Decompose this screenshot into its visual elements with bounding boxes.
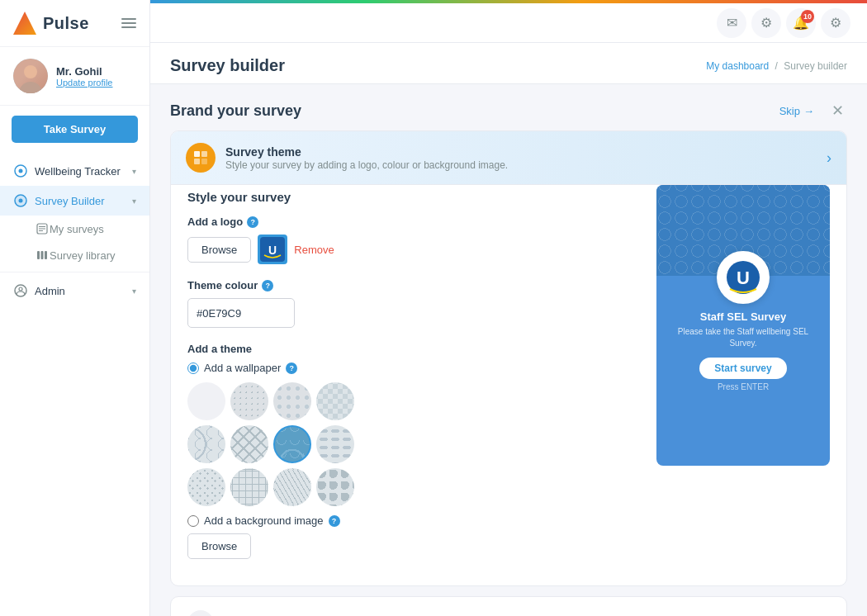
svg-text:U: U <box>737 268 750 288</box>
wallpaper-thumb-12[interactable] <box>316 468 354 506</box>
wallpaper-thumb-8[interactable] <box>316 425 354 463</box>
survey-builder-icon <box>13 193 28 208</box>
colour-input[interactable] <box>188 301 295 325</box>
preview-start-button[interactable]: Start survey <box>699 358 786 379</box>
style-col-title: Style your survey <box>187 190 640 204</box>
wallpaper-thumb-4[interactable] <box>316 382 354 420</box>
sidebar-item-wellbeing-tracker[interactable]: Wellbeing Tracker ▾ <box>0 156 149 186</box>
sidebar-header: Pulse <box>0 0 149 47</box>
top-bar: ✉ ⚙ 🔔 10 ⚙ <box>150 3 867 43</box>
breadcrumb-home[interactable]: My dashboard <box>706 60 769 72</box>
theme-group-label: Add a theme <box>187 343 640 355</box>
svg-rect-13 <box>194 151 200 157</box>
sidebar-item-my-surveys[interactable]: My surveys <box>35 216 149 242</box>
user-settings-icon-button[interactable]: ⚙ <box>821 8 850 38</box>
brand-header-title: Survey theme <box>225 145 817 159</box>
wallpaper-thumb-5[interactable] <box>187 425 225 463</box>
close-button[interactable]: ✕ <box>827 101 847 121</box>
svg-rect-14 <box>201 151 207 157</box>
survey-theme-header[interactable]: Survey theme Style your survey by adding… <box>171 131 846 185</box>
sidebar-item-survey-builder[interactable]: Survey Builder ▾ <box>0 186 149 216</box>
svg-rect-9 <box>41 251 44 259</box>
wellbeing-tracker-icon <box>13 163 28 178</box>
hamburger-button[interactable] <box>121 18 136 28</box>
theme-colour-form-group: Theme colour ? <box>187 279 640 328</box>
user-info: Mr. Gohil Update profile <box>56 65 113 88</box>
user-name: Mr. Gohil <box>56 65 113 78</box>
brand-header-subtitle: Style your survey by adding a logo, colo… <box>225 159 817 171</box>
preview-column: U Staff SEL Survey Please take the Staff… <box>656 185 830 569</box>
update-profile-link[interactable]: Update profile <box>56 78 113 88</box>
notifications-icon-button[interactable]: 🔔 10 <box>786 8 816 38</box>
logo-help-icon[interactable]: ? <box>247 216 258 228</box>
preview-survey-desc: Please take the Staff wellbeing SEL Surv… <box>666 326 820 349</box>
admin-icon <box>13 283 28 298</box>
brand-header-text: Survey theme Style your survey by adding… <box>225 145 817 171</box>
style-column: Style your survey Add a logo ? Browse <box>187 185 656 569</box>
skip-label: Skip <box>779 105 800 117</box>
skip-arrow-icon: → <box>803 105 814 117</box>
preview-body: Staff SEL Survey Please take the Staff w… <box>656 304 830 403</box>
breadcrumb-current: Survey builder <box>784 60 847 72</box>
wallpaper-row-1 <box>187 382 640 420</box>
avatar <box>13 59 48 93</box>
svg-point-12 <box>19 287 22 291</box>
svg-text:U: U <box>268 244 277 257</box>
wallpaper-thumb-10[interactable] <box>230 468 268 506</box>
survey-preview: U Staff SEL Survey Please take the Staff… <box>656 185 830 466</box>
theme-colour-label: Theme colour ? <box>187 279 640 291</box>
app-title: Pulse <box>43 14 89 33</box>
brand-card: Survey theme Style your survey by adding… <box>170 130 847 586</box>
logo-browse-button[interactable]: Browse <box>187 237 251 263</box>
preview-survey-title: Staff SEL Survey <box>666 310 820 323</box>
remove-logo-link[interactable]: Remove <box>294 244 334 256</box>
wallpaper-radio[interactable] <box>187 362 199 374</box>
wallpaper-thumb-7[interactable] <box>273 425 311 463</box>
skip-link[interactable]: Skip → <box>779 105 814 117</box>
wallpaper-thumb-11[interactable] <box>273 468 311 506</box>
bg-image-radio[interactable] <box>187 515 199 527</box>
colour-help-icon[interactable]: ? <box>262 280 273 291</box>
preview-logo-wrap: U <box>656 251 830 304</box>
preview-press-enter: Press ENTER <box>666 382 820 391</box>
mail-icon-button[interactable]: ✉ <box>717 8 746 38</box>
settings-icon-button[interactable]: ⚙ <box>751 8 781 38</box>
sidebar-item-survey-library[interactable]: Survey library <box>35 242 149 268</box>
avatar-image <box>13 59 48 93</box>
take-survey-button[interactable]: Take Survey <box>12 116 138 143</box>
page-title: Survey builder <box>170 56 285 75</box>
wallpaper-thumb-1[interactable] <box>187 382 225 420</box>
logo-preview: U <box>258 235 287 264</box>
my-surveys-label: My surveys <box>50 223 104 235</box>
pulse-logo-icon <box>13 12 36 35</box>
bg-image-help-icon[interactable]: ? <box>329 515 340 527</box>
content-area: Brand your survey Skip → ✕ <box>150 84 867 616</box>
wallpaper-thumb-6[interactable] <box>230 425 268 463</box>
wellbeing-tracker-label: Wellbeing Tracker <box>35 165 121 178</box>
nav-divider <box>0 272 149 272</box>
svg-point-3 <box>19 199 23 203</box>
svg-rect-15 <box>194 159 200 164</box>
svg-point-1 <box>19 169 23 173</box>
sidebar: Pulse Mr. Gohil Update profile Take Surv… <box>0 0 150 616</box>
svg-rect-8 <box>37 251 40 259</box>
wallpaper-help-icon[interactable]: ? <box>286 362 297 374</box>
admin-chevron: ▾ <box>132 287 136 296</box>
admin-label: Admin <box>35 285 65 297</box>
wallpaper-thumb-2[interactable] <box>230 382 268 420</box>
main-content: ✉ ⚙ 🔔 10 ⚙ Survey builder My dashboard /… <box>150 0 867 616</box>
survey-builder-label: Survey Builder <box>35 195 105 207</box>
wallpaper-row-3 <box>187 468 640 506</box>
thank-you-icon <box>187 610 214 616</box>
survey-builder-subnav: My surveys Survey library <box>0 216 149 268</box>
bottom-card[interactable]: Thank you message › <box>170 596 847 616</box>
wallpaper-thumb-9[interactable] <box>187 468 225 506</box>
sidebar-item-admin[interactable]: Admin ▾ <box>0 276 149 306</box>
my-surveys-icon <box>35 221 50 236</box>
wellbeing-tracker-chevron: ▾ <box>132 167 136 176</box>
wallpaper-thumb-3[interactable] <box>273 382 311 420</box>
bg-image-browse-button[interactable]: Browse <box>187 533 251 559</box>
svg-rect-10 <box>45 251 47 259</box>
colour-input-wrap <box>187 298 295 328</box>
page-content: Survey builder My dashboard / Survey bui… <box>150 43 867 616</box>
